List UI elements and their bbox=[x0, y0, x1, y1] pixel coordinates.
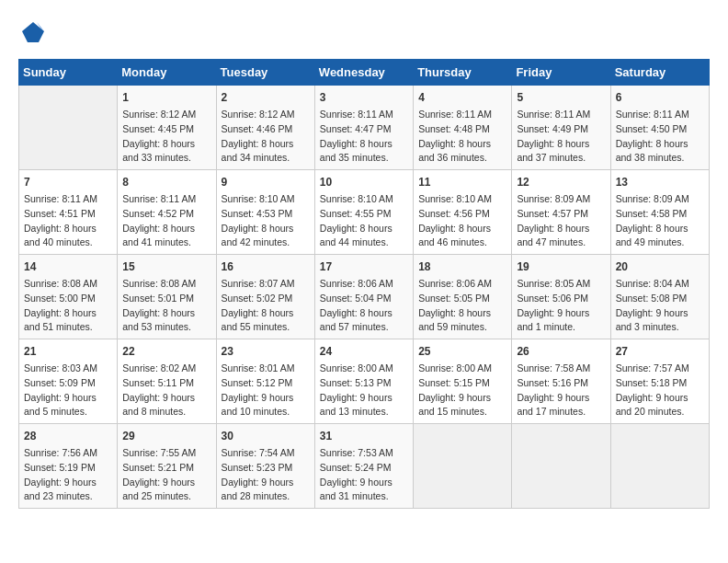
cell-text: Sunset: 4:49 PM bbox=[517, 122, 605, 137]
cell-text: Daylight: 8 hours bbox=[320, 222, 408, 236]
cell-text: Sunrise: 8:12 AM bbox=[222, 108, 310, 122]
cell-text: Sunset: 5:13 PM bbox=[320, 376, 408, 391]
cell-text: Sunrise: 8:12 AM bbox=[122, 108, 210, 122]
cell-text: Sunset: 5:04 PM bbox=[320, 292, 408, 306]
calendar-cell: 11Sunrise: 8:10 AMSunset: 4:56 PMDayligh… bbox=[414, 170, 512, 255]
calendar-cell: 26Sunrise: 7:58 AMSunset: 5:16 PMDayligh… bbox=[512, 339, 610, 424]
logo bbox=[18, 18, 46, 44]
cell-text: Sunrise: 7:53 AM bbox=[320, 446, 408, 461]
cell-text: and 17 minutes. bbox=[517, 405, 605, 419]
calendar-cell: 4Sunrise: 8:11 AMSunset: 4:48 PMDaylight… bbox=[414, 86, 512, 170]
cell-text: Sunset: 5:08 PM bbox=[616, 292, 704, 306]
cell-text: Sunset: 4:50 PM bbox=[616, 122, 704, 137]
cell-text: Sunrise: 7:56 AM bbox=[24, 446, 112, 461]
cell-text: Daylight: 9 hours bbox=[616, 391, 704, 406]
calendar-cell bbox=[512, 424, 610, 509]
day-number: 17 bbox=[320, 259, 408, 275]
week-row-1: 1Sunrise: 8:12 AMSunset: 4:45 PMDaylight… bbox=[19, 86, 710, 170]
cell-text: and 57 minutes. bbox=[320, 320, 408, 335]
cell-text: Daylight: 8 hours bbox=[418, 306, 506, 321]
day-number: 16 bbox=[222, 259, 310, 275]
cell-text: and 35 minutes. bbox=[320, 151, 408, 166]
cell-text: Sunset: 5:05 PM bbox=[418, 292, 506, 306]
cell-text: Daylight: 9 hours bbox=[320, 476, 408, 490]
day-number: 20 bbox=[616, 259, 704, 275]
cell-text: and 8 minutes. bbox=[122, 405, 210, 419]
cell-text: and 34 minutes. bbox=[222, 151, 310, 166]
weekday-header-friday: Friday bbox=[512, 60, 610, 86]
cell-text: and 3 minutes. bbox=[616, 320, 704, 335]
cell-text: Sunrise: 8:11 AM bbox=[418, 108, 506, 122]
calendar-cell: 31Sunrise: 7:53 AMSunset: 5:24 PMDayligh… bbox=[314, 424, 413, 509]
day-number: 25 bbox=[418, 343, 506, 360]
cell-text: Daylight: 8 hours bbox=[222, 306, 310, 321]
weekday-header-wednesday: Wednesday bbox=[314, 60, 413, 86]
calendar-cell: 23Sunrise: 8:01 AMSunset: 5:12 PMDayligh… bbox=[216, 339, 314, 424]
cell-text: and 33 minutes. bbox=[122, 151, 210, 166]
logo-icon bbox=[20, 18, 46, 44]
calendar-cell bbox=[19, 86, 118, 170]
cell-text: Daylight: 9 hours bbox=[320, 391, 408, 406]
cell-text: Sunset: 4:51 PM bbox=[24, 207, 112, 222]
cell-text: Sunrise: 7:55 AM bbox=[122, 446, 210, 461]
cell-text: and 10 minutes. bbox=[222, 405, 310, 419]
cell-text: Sunrise: 8:10 AM bbox=[418, 192, 506, 207]
cell-text: and 53 minutes. bbox=[122, 320, 210, 335]
calendar-cell: 21Sunrise: 8:03 AMSunset: 5:09 PMDayligh… bbox=[19, 339, 118, 424]
day-number: 23 bbox=[222, 343, 310, 360]
cell-text: and 44 minutes. bbox=[320, 236, 408, 250]
calendar-cell: 7Sunrise: 8:11 AMSunset: 4:51 PMDaylight… bbox=[19, 170, 118, 255]
cell-text: Sunset: 5:01 PM bbox=[122, 292, 210, 306]
svg-marker-0 bbox=[22, 22, 44, 42]
cell-text: Sunrise: 8:08 AM bbox=[122, 277, 210, 292]
cell-text: Sunrise: 8:02 AM bbox=[122, 362, 210, 376]
day-number: 5 bbox=[517, 89, 605, 106]
cell-text: Sunset: 5:16 PM bbox=[517, 376, 605, 391]
cell-text: Sunrise: 8:04 AM bbox=[616, 277, 704, 292]
calendar-cell: 12Sunrise: 8:09 AMSunset: 4:57 PMDayligh… bbox=[512, 170, 610, 255]
cell-text: Sunset: 4:52 PM bbox=[122, 207, 210, 222]
cell-text: Sunset: 5:02 PM bbox=[222, 292, 310, 306]
weekday-header-saturday: Saturday bbox=[610, 60, 709, 86]
cell-text: Daylight: 8 hours bbox=[418, 137, 506, 152]
day-number: 7 bbox=[24, 174, 112, 190]
day-number: 31 bbox=[320, 428, 408, 444]
cell-text: Sunset: 4:56 PM bbox=[418, 207, 506, 222]
calendar-cell: 25Sunrise: 8:00 AMSunset: 5:15 PMDayligh… bbox=[414, 339, 512, 424]
day-number: 4 bbox=[418, 89, 506, 106]
cell-text: Sunrise: 7:58 AM bbox=[517, 362, 605, 376]
cell-text: Sunset: 4:45 PM bbox=[122, 122, 210, 137]
cell-text: Sunrise: 7:57 AM bbox=[616, 362, 704, 376]
cell-text: and 28 minutes. bbox=[222, 489, 310, 504]
cell-text: Sunset: 5:19 PM bbox=[24, 461, 112, 476]
cell-text: Daylight: 8 hours bbox=[517, 137, 605, 152]
day-number: 22 bbox=[122, 343, 210, 360]
cell-text: Sunrise: 8:10 AM bbox=[320, 192, 408, 207]
cell-text: Daylight: 9 hours bbox=[122, 391, 210, 406]
calendar-cell: 17Sunrise: 8:06 AMSunset: 5:04 PMDayligh… bbox=[314, 255, 413, 339]
cell-text: Daylight: 8 hours bbox=[320, 137, 408, 152]
cell-text: Daylight: 9 hours bbox=[517, 306, 605, 321]
cell-text: Sunset: 5:12 PM bbox=[222, 376, 310, 391]
cell-text: Sunset: 4:58 PM bbox=[616, 207, 704, 222]
calendar-cell: 22Sunrise: 8:02 AMSunset: 5:11 PMDayligh… bbox=[118, 339, 216, 424]
day-number: 26 bbox=[517, 343, 605, 360]
cell-text: Sunrise: 8:11 AM bbox=[122, 192, 210, 207]
week-row-5: 28Sunrise: 7:56 AMSunset: 5:19 PMDayligh… bbox=[19, 424, 710, 509]
cell-text: and 15 minutes. bbox=[418, 405, 506, 419]
cell-text: Sunset: 5:23 PM bbox=[222, 461, 310, 476]
cell-text: Daylight: 8 hours bbox=[122, 222, 210, 236]
day-number: 18 bbox=[418, 259, 506, 275]
calendar-cell bbox=[414, 424, 512, 509]
cell-text: and 25 minutes. bbox=[122, 489, 210, 504]
weekday-header-tuesday: Tuesday bbox=[216, 60, 314, 86]
cell-text: and 47 minutes. bbox=[517, 236, 605, 250]
day-number: 21 bbox=[24, 343, 112, 360]
cell-text: Sunset: 5:18 PM bbox=[616, 376, 704, 391]
week-row-3: 14Sunrise: 8:08 AMSunset: 5:00 PMDayligh… bbox=[19, 255, 710, 339]
cell-text: Sunrise: 7:54 AM bbox=[222, 446, 310, 461]
weekday-header-monday: Monday bbox=[118, 60, 216, 86]
cell-text: and 55 minutes. bbox=[222, 320, 310, 335]
calendar-cell: 6Sunrise: 8:11 AMSunset: 4:50 PMDaylight… bbox=[610, 86, 709, 170]
cell-text: Sunrise: 8:01 AM bbox=[222, 362, 310, 376]
